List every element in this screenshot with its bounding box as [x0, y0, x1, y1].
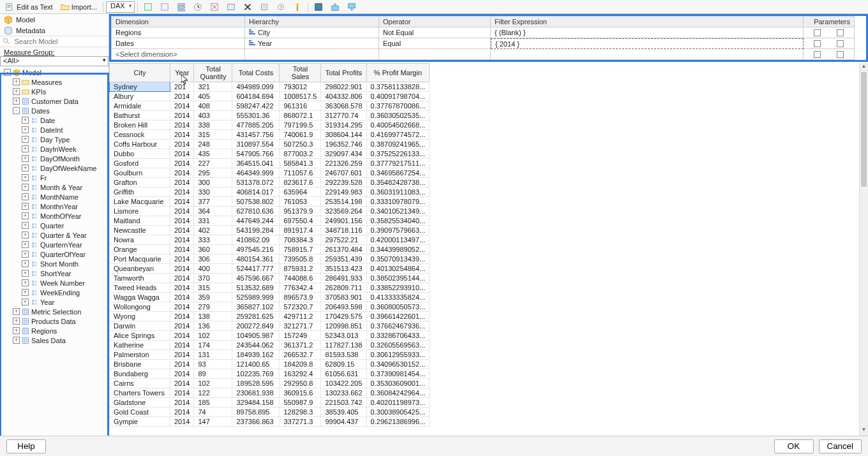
toolbar-icon-13[interactable]	[344, 1, 359, 13]
tree-node[interactable]: +Week Number	[0, 278, 108, 288]
tree-node[interactable]: +MonthnYear	[0, 202, 108, 211]
param-checkbox[interactable]	[814, 40, 821, 47]
grid-row[interactable]: Cessnock2014315431457.756740061.9308604.…	[110, 130, 430, 140]
grid-row[interactable]: Grafton2014300531378.072823617.6292239.5…	[110, 178, 430, 188]
tree-node[interactable]: +ShortYear	[0, 268, 108, 278]
tree-node[interactable]: +Date	[0, 115, 108, 125]
tree-toggle-icon[interactable]: +	[22, 155, 29, 162]
tree-toggle-icon[interactable]: +	[13, 88, 20, 95]
grid-row[interactable]: Tweed Heads2014315513532.689776342.42628…	[110, 283, 430, 293]
grid-row[interactable]: Brisbane201493121400.65184209.862809.150…	[110, 360, 430, 369]
tree-node[interactable]: +DayOfMonth	[0, 154, 108, 163]
param-checkbox[interactable]	[837, 29, 844, 36]
grid-row[interactable]: Tamworth2014370457596.667744088.6286491.…	[110, 274, 430, 283]
tree-node[interactable]: +Month & Year	[0, 182, 108, 192]
cancel-button[interactable]: Cancel	[819, 439, 862, 453]
filter-row[interactable]: Regions City Not Equal { (Blank) }	[111, 27, 866, 38]
tree-node[interactable]: +KPIs	[0, 87, 108, 96]
grid-row[interactable]: Wollongong2014279365827.102572320.720649…	[110, 302, 430, 312]
grid-row[interactable]: Queanbeyan2014400524417.777875931.235151…	[110, 264, 430, 274]
tree-node[interactable]: +DayInWeek	[0, 144, 108, 154]
param-checkbox[interactable]	[814, 51, 821, 58]
grid-row[interactable]: Goulburn2014295464349.999711057.6246707.…	[110, 168, 430, 178]
grid-column-header[interactable]: Total Costs	[232, 64, 280, 82]
param-checkbox[interactable]	[814, 29, 821, 36]
toolbar-icon-6[interactable]	[223, 1, 239, 13]
grid-row[interactable]: Griffith2014330406814.017635964229149.98…	[110, 188, 430, 197]
grid-column-header[interactable]: Total Quantity	[194, 64, 232, 82]
grid-row[interactable]: Orange2014360497545.216758915.7261370.48…	[110, 245, 430, 254]
grid-row[interactable]: Sydney201321494989.099793012298022.9010.…	[110, 82, 430, 92]
tree-toggle-icon[interactable]: +	[13, 337, 20, 344]
tree-node[interactable]: +Quarter	[0, 221, 108, 230]
toolbar-icon-9[interactable]: ?	[273, 1, 288, 13]
import-button[interactable]: Import...	[57, 1, 100, 13]
filter-row-new[interactable]: <Select dimension>	[111, 49, 866, 60]
tree-node[interactable]: +WeekEnding	[0, 288, 108, 297]
tree-node[interactable]: +MonthOfYear	[0, 211, 108, 221]
toolbar-icon-3[interactable]	[174, 1, 189, 13]
tree-toggle-icon[interactable]: +	[22, 241, 29, 248]
tree-node[interactable]: +Regions	[0, 326, 108, 335]
toolbar-icon-5[interactable]	[207, 1, 222, 13]
grid-row[interactable]: Albury2014405604184.6941008517.5404332.8…	[110, 92, 430, 101]
param-checkbox[interactable]	[837, 51, 844, 58]
grid-row[interactable]: Gold Coast20147489758.895128298.338539.4…	[110, 408, 430, 417]
tree-toggle-icon[interactable]: +	[22, 212, 29, 219]
toolbar-icon-8[interactable]	[257, 1, 272, 13]
toolbar-icon-7[interactable]	[240, 1, 255, 13]
grid-row[interactable]: Lake Macquarie2014377507538.802761053253…	[110, 197, 430, 207]
scroll-thumb[interactable]	[861, 72, 867, 187]
tree-node[interactable]: +Customer Data	[0, 96, 108, 106]
tree-node[interactable]: +Measures	[0, 77, 108, 87]
tree-node[interactable]: +Metric Selection	[0, 307, 108, 316]
tree-toggle-icon[interactable]: +	[22, 222, 29, 229]
help-button[interactable]: Help	[6, 439, 46, 453]
sidebar-tab-model[interactable]: Model	[0, 14, 108, 25]
grid-row[interactable]: Dubbo2014435547905.766877003.2329097.434…	[110, 149, 430, 159]
tree-node[interactable]: +MonthName	[0, 192, 108, 202]
tree-node[interactable]: -Dates	[0, 106, 108, 115]
tree-node[interactable]: +DayOfWeekName	[0, 163, 108, 173]
grid-row[interactable]: Newcastle2014402543199.284891917.4348718…	[110, 226, 430, 235]
grid-row[interactable]: Gympie2014147237366.863337271.399904.437…	[110, 417, 430, 427]
sidebar-tab-metadata[interactable]: Metadata	[0, 25, 108, 36]
ok-button[interactable]: OK	[774, 439, 814, 453]
filter-row[interactable]: Dates Year Equal { 2014 }	[111, 38, 866, 49]
grid-row[interactable]: Darwin2014136200272.849321271.7120998.85…	[110, 321, 430, 331]
tree-toggle-icon[interactable]: +	[22, 298, 29, 305]
tree-toggle-icon[interactable]: +	[13, 98, 20, 105]
scroll-up-icon[interactable]: ▲	[860, 63, 868, 72]
tree-node[interactable]: +Sales Data	[0, 335, 108, 345]
grid-row[interactable]: Katherine2014174243544.062361371.2117827…	[110, 341, 430, 350]
grid-row[interactable]: Cairns2014102189528.595292950.8103422.20…	[110, 379, 430, 388]
toolbar-icon-10[interactable]	[290, 1, 305, 13]
results-grid[interactable]: CityYearTotal QuantityTotal CostsTotal S…	[109, 63, 430, 427]
tree-node[interactable]: +Day Type	[0, 135, 108, 144]
measure-group-dropdown[interactable]: <All>	[0, 56, 108, 66]
tree-toggle-icon[interactable]: -	[13, 107, 20, 114]
grid-row[interactable]: Maitland2014331447649.244697550.4249901.…	[110, 216, 430, 226]
tree-node[interactable]: +Products Data	[0, 316, 108, 326]
grid-column-header[interactable]: Total Profits	[321, 64, 366, 82]
grid-row[interactable]: Bundaberg201489102235.769163292.461056.6…	[110, 369, 430, 379]
tree-node[interactable]: +Fr	[0, 173, 108, 182]
search-input[interactable]	[13, 37, 106, 46]
grid-column-header[interactable]: Year	[170, 64, 194, 82]
grid-column-header[interactable]: City	[110, 64, 170, 82]
tree-toggle-icon[interactable]: -	[4, 69, 11, 76]
tree-toggle-icon[interactable]: +	[22, 251, 29, 258]
toolbar-icon-2[interactable]	[157, 1, 172, 13]
grid-row[interactable]: Coffs Harbour2014248310897.554507250.319…	[110, 140, 430, 149]
tree-toggle-icon[interactable]: +	[22, 136, 29, 143]
grid-row[interactable]: Gladstone2014185329484.158550987.9221503…	[110, 398, 430, 408]
tree-toggle-icon[interactable]: +	[22, 145, 29, 152]
toolbar-icon-4[interactable]	[190, 1, 206, 13]
grid-row[interactable]: Gosford2014227364515.041585841.3221326.2…	[110, 159, 430, 168]
grid-column-header[interactable]: Total Sales	[280, 64, 321, 82]
grid-row[interactable]: Bathurst2014403555301.36868072.1312770.7…	[110, 111, 430, 121]
tree-toggle-icon[interactable]: +	[22, 279, 29, 286]
param-checkbox[interactable]	[837, 40, 844, 47]
tree-toggle-icon[interactable]: +	[22, 203, 29, 210]
tree-node[interactable]: +Quarter & Year	[0, 230, 108, 240]
